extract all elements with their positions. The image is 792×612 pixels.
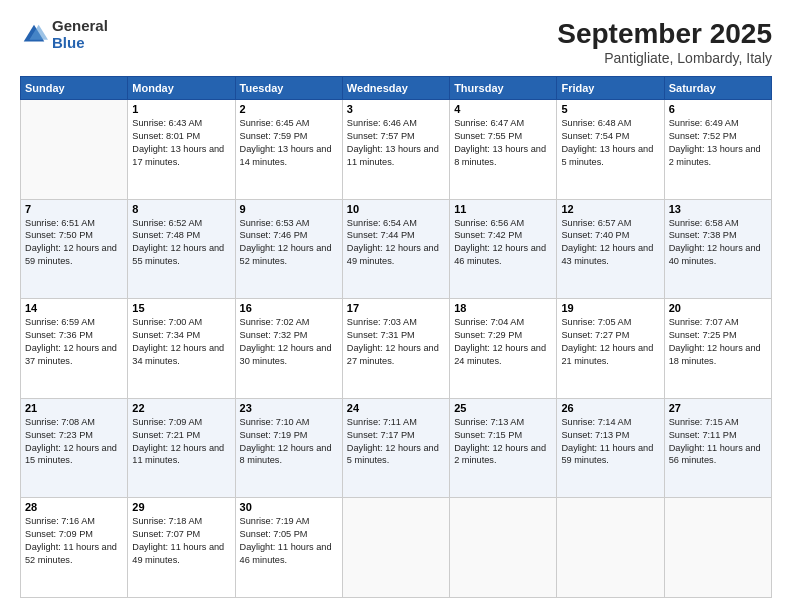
- table-row: 9Sunrise: 6:53 AMSunset: 7:46 PMDaylight…: [235, 199, 342, 299]
- calendar-week-row: 7Sunrise: 6:51 AMSunset: 7:50 PMDaylight…: [21, 199, 772, 299]
- table-row: 21Sunrise: 7:08 AMSunset: 7:23 PMDayligh…: [21, 398, 128, 498]
- title-block: September 2025 Pantigliate, Lombardy, It…: [557, 18, 772, 66]
- table-row: 29Sunrise: 7:18 AMSunset: 7:07 PMDayligh…: [128, 498, 235, 598]
- day-info: Sunrise: 6:59 AMSunset: 7:36 PMDaylight:…: [25, 316, 123, 368]
- table-row: 17Sunrise: 7:03 AMSunset: 7:31 PMDayligh…: [342, 299, 449, 399]
- day-info: Sunrise: 6:57 AMSunset: 7:40 PMDaylight:…: [561, 217, 659, 269]
- day-number: 29: [132, 501, 230, 513]
- table-row: 15Sunrise: 7:00 AMSunset: 7:34 PMDayligh…: [128, 299, 235, 399]
- day-info: Sunrise: 6:53 AMSunset: 7:46 PMDaylight:…: [240, 217, 338, 269]
- day-number: 16: [240, 302, 338, 314]
- table-row: 12Sunrise: 6:57 AMSunset: 7:40 PMDayligh…: [557, 199, 664, 299]
- day-number: 8: [132, 203, 230, 215]
- day-info: Sunrise: 6:54 AMSunset: 7:44 PMDaylight:…: [347, 217, 445, 269]
- day-number: 17: [347, 302, 445, 314]
- table-row: 23Sunrise: 7:10 AMSunset: 7:19 PMDayligh…: [235, 398, 342, 498]
- table-row: 16Sunrise: 7:02 AMSunset: 7:32 PMDayligh…: [235, 299, 342, 399]
- calendar-header: Sunday Monday Tuesday Wednesday Thursday…: [21, 77, 772, 100]
- day-info: Sunrise: 7:05 AMSunset: 7:27 PMDaylight:…: [561, 316, 659, 368]
- day-info: Sunrise: 6:45 AMSunset: 7:59 PMDaylight:…: [240, 117, 338, 169]
- logo-blue: Blue: [52, 35, 108, 52]
- table-row: [557, 498, 664, 598]
- table-row: 4Sunrise: 6:47 AMSunset: 7:55 PMDaylight…: [450, 100, 557, 200]
- table-row: [342, 498, 449, 598]
- day-number: 7: [25, 203, 123, 215]
- day-info: Sunrise: 7:11 AMSunset: 7:17 PMDaylight:…: [347, 416, 445, 468]
- table-row: 22Sunrise: 7:09 AMSunset: 7:21 PMDayligh…: [128, 398, 235, 498]
- table-row: 2Sunrise: 6:45 AMSunset: 7:59 PMDaylight…: [235, 100, 342, 200]
- day-number: 15: [132, 302, 230, 314]
- col-tuesday: Tuesday: [235, 77, 342, 100]
- day-info: Sunrise: 7:08 AMSunset: 7:23 PMDaylight:…: [25, 416, 123, 468]
- day-info: Sunrise: 7:02 AMSunset: 7:32 PMDaylight:…: [240, 316, 338, 368]
- calendar-week-row: 1Sunrise: 6:43 AMSunset: 8:01 PMDaylight…: [21, 100, 772, 200]
- day-info: Sunrise: 6:51 AMSunset: 7:50 PMDaylight:…: [25, 217, 123, 269]
- table-row: 3Sunrise: 6:46 AMSunset: 7:57 PMDaylight…: [342, 100, 449, 200]
- table-row: 10Sunrise: 6:54 AMSunset: 7:44 PMDayligh…: [342, 199, 449, 299]
- day-number: 24: [347, 402, 445, 414]
- day-info: Sunrise: 6:47 AMSunset: 7:55 PMDaylight:…: [454, 117, 552, 169]
- header-row: Sunday Monday Tuesday Wednesday Thursday…: [21, 77, 772, 100]
- table-row: 30Sunrise: 7:19 AMSunset: 7:05 PMDayligh…: [235, 498, 342, 598]
- day-info: Sunrise: 7:09 AMSunset: 7:21 PMDaylight:…: [132, 416, 230, 468]
- day-number: 6: [669, 103, 767, 115]
- day-number: 5: [561, 103, 659, 115]
- day-info: Sunrise: 7:15 AMSunset: 7:11 PMDaylight:…: [669, 416, 767, 468]
- day-number: 9: [240, 203, 338, 215]
- table-row: 13Sunrise: 6:58 AMSunset: 7:38 PMDayligh…: [664, 199, 771, 299]
- logo: General Blue: [20, 18, 108, 51]
- day-number: 20: [669, 302, 767, 314]
- table-row: [21, 100, 128, 200]
- day-number: 18: [454, 302, 552, 314]
- header: General Blue September 2025 Pantigliate,…: [20, 18, 772, 66]
- day-info: Sunrise: 7:00 AMSunset: 7:34 PMDaylight:…: [132, 316, 230, 368]
- day-info: Sunrise: 6:46 AMSunset: 7:57 PMDaylight:…: [347, 117, 445, 169]
- table-row: 11Sunrise: 6:56 AMSunset: 7:42 PMDayligh…: [450, 199, 557, 299]
- day-number: 23: [240, 402, 338, 414]
- day-number: 3: [347, 103, 445, 115]
- day-number: 14: [25, 302, 123, 314]
- day-number: 12: [561, 203, 659, 215]
- table-row: 19Sunrise: 7:05 AMSunset: 7:27 PMDayligh…: [557, 299, 664, 399]
- day-info: Sunrise: 7:07 AMSunset: 7:25 PMDaylight:…: [669, 316, 767, 368]
- day-number: 10: [347, 203, 445, 215]
- table-row: 8Sunrise: 6:52 AMSunset: 7:48 PMDaylight…: [128, 199, 235, 299]
- table-row: 14Sunrise: 6:59 AMSunset: 7:36 PMDayligh…: [21, 299, 128, 399]
- calendar-body: 1Sunrise: 6:43 AMSunset: 8:01 PMDaylight…: [21, 100, 772, 598]
- col-thursday: Thursday: [450, 77, 557, 100]
- day-info: Sunrise: 7:04 AMSunset: 7:29 PMDaylight:…: [454, 316, 552, 368]
- day-info: Sunrise: 6:48 AMSunset: 7:54 PMDaylight:…: [561, 117, 659, 169]
- day-number: 13: [669, 203, 767, 215]
- calendar-week-row: 28Sunrise: 7:16 AMSunset: 7:09 PMDayligh…: [21, 498, 772, 598]
- calendar-week-row: 14Sunrise: 6:59 AMSunset: 7:36 PMDayligh…: [21, 299, 772, 399]
- day-number: 4: [454, 103, 552, 115]
- day-number: 28: [25, 501, 123, 513]
- day-number: 26: [561, 402, 659, 414]
- day-number: 25: [454, 402, 552, 414]
- table-row: 7Sunrise: 6:51 AMSunset: 7:50 PMDaylight…: [21, 199, 128, 299]
- day-info: Sunrise: 6:49 AMSunset: 7:52 PMDaylight:…: [669, 117, 767, 169]
- col-sunday: Sunday: [21, 77, 128, 100]
- table-row: 25Sunrise: 7:13 AMSunset: 7:15 PMDayligh…: [450, 398, 557, 498]
- calendar-subtitle: Pantigliate, Lombardy, Italy: [557, 50, 772, 66]
- table-row: 27Sunrise: 7:15 AMSunset: 7:11 PMDayligh…: [664, 398, 771, 498]
- day-info: Sunrise: 7:14 AMSunset: 7:13 PMDaylight:…: [561, 416, 659, 468]
- logo-general: General: [52, 18, 108, 35]
- calendar-table: Sunday Monday Tuesday Wednesday Thursday…: [20, 76, 772, 598]
- logo-text: General Blue: [52, 18, 108, 51]
- table-row: 28Sunrise: 7:16 AMSunset: 7:09 PMDayligh…: [21, 498, 128, 598]
- day-number: 21: [25, 402, 123, 414]
- col-friday: Friday: [557, 77, 664, 100]
- day-number: 27: [669, 402, 767, 414]
- day-info: Sunrise: 6:58 AMSunset: 7:38 PMDaylight:…: [669, 217, 767, 269]
- day-info: Sunrise: 6:52 AMSunset: 7:48 PMDaylight:…: [132, 217, 230, 269]
- day-info: Sunrise: 7:19 AMSunset: 7:05 PMDaylight:…: [240, 515, 338, 567]
- calendar-week-row: 21Sunrise: 7:08 AMSunset: 7:23 PMDayligh…: [21, 398, 772, 498]
- table-row: 6Sunrise: 6:49 AMSunset: 7:52 PMDaylight…: [664, 100, 771, 200]
- day-info: Sunrise: 7:03 AMSunset: 7:31 PMDaylight:…: [347, 316, 445, 368]
- day-number: 30: [240, 501, 338, 513]
- day-number: 2: [240, 103, 338, 115]
- table-row: 24Sunrise: 7:11 AMSunset: 7:17 PMDayligh…: [342, 398, 449, 498]
- day-number: 11: [454, 203, 552, 215]
- table-row: 20Sunrise: 7:07 AMSunset: 7:25 PMDayligh…: [664, 299, 771, 399]
